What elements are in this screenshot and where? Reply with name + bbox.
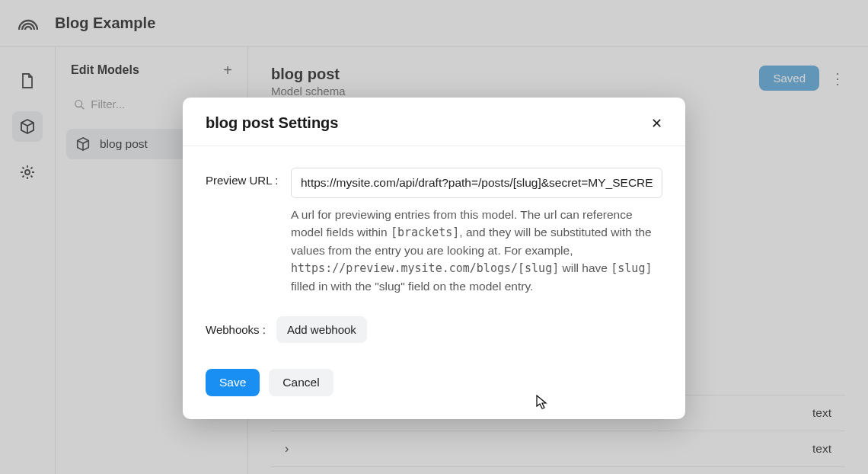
close-icon[interactable]: ✕ [651, 115, 662, 132]
save-button[interactable]: Save [206, 369, 260, 396]
preview-url-label: Preview URL : [206, 168, 282, 187]
add-webhook-button[interactable]: Add webhook [276, 316, 367, 343]
modal-title: blog post Settings [206, 114, 338, 132]
preview-url-help: A url for previewing entries from this m… [291, 206, 662, 295]
webhooks-label: Webhooks : [206, 323, 266, 336]
settings-modal: blog post Settings ✕ Preview URL : A url… [183, 98, 685, 419]
preview-url-input[interactable] [291, 168, 662, 198]
cancel-button[interactable]: Cancel [269, 369, 333, 396]
